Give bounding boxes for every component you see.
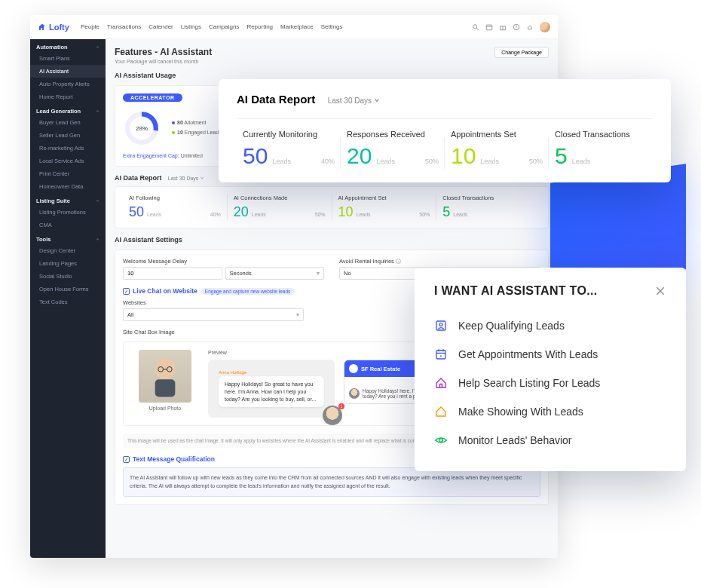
checkbox-checked-icon[interactable]: ✓ bbox=[123, 288, 130, 295]
big-stat-number: 50 bbox=[243, 143, 268, 169]
svg-rect-20 bbox=[436, 351, 445, 359]
usage-donut: 28% bbox=[123, 109, 161, 147]
ai-option-label: Monitor Leads' Behavior bbox=[458, 434, 572, 446]
nav-calender[interactable]: Calender bbox=[148, 23, 173, 30]
change-package-button[interactable]: Change Package bbox=[494, 47, 549, 58]
mini-report-range[interactable]: Last 30 Days bbox=[168, 176, 205, 181]
sidebar-section-listing-suite[interactable]: Listing Suite bbox=[30, 193, 106, 206]
stat-unit: Leads bbox=[357, 212, 371, 217]
help-icon[interactable]: ? bbox=[513, 23, 520, 31]
svg-rect-2 bbox=[486, 25, 492, 30]
calendar-icon[interactable] bbox=[485, 23, 493, 31]
sidebar-item-homeowner-data[interactable]: Homeowner Data bbox=[30, 180, 106, 193]
widget-avatar bbox=[349, 364, 358, 373]
welcome-delay-unit-select[interactable]: Seconds ▾ bbox=[225, 267, 325, 280]
sidebar-item-text-codes[interactable]: Text Codes bbox=[30, 296, 106, 308]
sidebar-item-cma[interactable]: CMA bbox=[30, 219, 106, 231]
big-report-range[interactable]: Last 30 Days bbox=[328, 96, 380, 105]
welcome-delay-input[interactable] bbox=[123, 267, 222, 280]
sidebar-item-open-house-forms[interactable]: Open House Forms bbox=[30, 283, 106, 296]
topbar-right: ? bbox=[472, 22, 550, 32]
usage-legend: 80 Allotment 10 Engaged Leads bbox=[172, 118, 222, 137]
mini-stat-appointments: AI Appointment Set 10Leads50% bbox=[332, 194, 437, 220]
checkbox-checked-icon[interactable]: ✓ bbox=[123, 456, 130, 463]
stat-label: AI Following bbox=[129, 194, 221, 201]
sidebar-section-label: Automation bbox=[36, 44, 68, 51]
brand-name: Lofty bbox=[49, 23, 69, 32]
sidebar-item-seller-lead-gen[interactable]: Seller Lead Gen bbox=[30, 129, 106, 142]
nav-reporting[interactable]: Reporting bbox=[246, 23, 273, 30]
mini-stat-connections: AI Connections Made 20Leads50% bbox=[228, 194, 332, 220]
cap-label: Extra Engagement Cap: bbox=[123, 153, 179, 158]
widget-title: SF Real Estate bbox=[361, 366, 400, 372]
sidebar-item-remarketing-ads[interactable]: Re-marketing Ads bbox=[30, 142, 106, 155]
ai-option-search-listing[interactable]: Help Search Listing For Leads bbox=[434, 369, 666, 397]
brand-logo[interactable]: Lofty bbox=[38, 23, 69, 32]
ai-option-label: Make Showing With Leads bbox=[458, 406, 583, 418]
stat-pct: 50% bbox=[419, 212, 430, 217]
sidebar-item-auto-property-alerts[interactable]: Auto Property Alerts bbox=[30, 78, 106, 90]
svg-point-25 bbox=[439, 439, 443, 443]
sidebar-section-label: Tools bbox=[36, 236, 51, 243]
big-stat-unit: Leads bbox=[480, 158, 499, 165]
live-chat-label: Live Chat on Website bbox=[133, 287, 197, 295]
big-stat-responses: Responses Received 20Leads50% bbox=[341, 130, 445, 169]
tmq-description: The AI Assistant will follow up with new… bbox=[123, 467, 540, 497]
svg-rect-15 bbox=[155, 379, 176, 397]
search-icon[interactable] bbox=[472, 23, 479, 31]
ai-option-label: Get Appointments With Leads bbox=[458, 348, 598, 360]
big-stat-closed: Closed Transactions 5Leads bbox=[549, 130, 653, 169]
ai-option-showing[interactable]: Make Showing With Leads bbox=[434, 397, 666, 426]
big-stat-label: Appointments Set bbox=[451, 130, 543, 139]
nav-marketplace[interactable]: Marketplace bbox=[280, 23, 314, 30]
upload-photo-label[interactable]: Upload Photo bbox=[131, 406, 199, 411]
big-stat-pct: 50% bbox=[425, 158, 439, 165]
stat-number: 50 bbox=[129, 204, 144, 220]
cap-value: Unlimited bbox=[181, 153, 203, 158]
sidebar-item-local-service-ads[interactable]: Local Service Ads bbox=[30, 155, 106, 167]
user-avatar[interactable] bbox=[540, 22, 550, 32]
stat-unit: Leads bbox=[453, 212, 467, 217]
stat-label: AI Appointment Set bbox=[338, 194, 430, 201]
sidebar-section-lead-gen[interactable]: Lead Generation bbox=[30, 103, 106, 116]
bell-icon[interactable] bbox=[526, 23, 534, 31]
stat-number: 20 bbox=[234, 204, 249, 220]
chat-image-preview[interactable] bbox=[139, 350, 191, 403]
stat-number: 5 bbox=[442, 204, 450, 220]
eye-icon bbox=[434, 433, 448, 447]
stat-pct: 50% bbox=[314, 212, 325, 217]
sidebar-item-ai-assistant[interactable]: AI Assistant bbox=[30, 65, 106, 78]
mini-stat-following: AI Following 50Leads40% bbox=[123, 194, 228, 220]
info-icon[interactable]: i bbox=[396, 259, 401, 264]
big-stat-pct: 50% bbox=[529, 158, 543, 165]
sidebar-item-listing-promotions[interactable]: Listing Promotions bbox=[30, 206, 106, 219]
sidebar-section-tools[interactable]: Tools bbox=[30, 231, 106, 244]
ai-popup-title: I WANT AI ASSISTANT TO... bbox=[434, 284, 597, 298]
sidebar-item-home-report[interactable]: Home Report bbox=[30, 90, 106, 103]
nav-listings[interactable]: Listings bbox=[181, 23, 201, 30]
svg-text:?: ? bbox=[516, 24, 518, 29]
nav-campaigns[interactable]: Campaigns bbox=[209, 23, 239, 30]
sidebar-item-print-center[interactable]: Print Center bbox=[30, 167, 106, 180]
ai-option-qualifying[interactable]: Keep Qualifying Leads bbox=[434, 311, 666, 340]
ai-option-monitor[interactable]: Monitor Leads' Behavior bbox=[434, 426, 666, 455]
stat-number: 10 bbox=[338, 204, 354, 220]
chat-sender-name: Anna Hollidge bbox=[219, 370, 324, 375]
websites-select[interactable]: All ▾ bbox=[123, 308, 304, 321]
tier-badge: ACCELERATOR bbox=[123, 93, 182, 102]
gift-icon[interactable] bbox=[499, 23, 507, 31]
nav-transactions[interactable]: Transactions bbox=[107, 23, 142, 30]
sidebar-item-buyer-lead-gen[interactable]: Buyer Lead Gen bbox=[30, 116, 106, 129]
brand-logo-icon bbox=[38, 23, 47, 32]
close-icon[interactable] bbox=[654, 285, 666, 297]
sidebar-item-social-studio[interactable]: Social Studio bbox=[30, 270, 106, 283]
nav-people[interactable]: People bbox=[81, 23, 99, 30]
mini-report-card: AI Following 50Leads40% AI Connections M… bbox=[115, 186, 549, 228]
ai-option-appointments[interactable]: Get Appointments With Leads bbox=[434, 340, 666, 369]
sidebar-item-landing-pages[interactable]: Landing Pages bbox=[30, 257, 106, 270]
sidebar-section-automation[interactable]: Automation bbox=[30, 39, 106, 52]
sidebar-item-design-center[interactable]: Design Center bbox=[30, 244, 106, 257]
allotment-label: Allotment bbox=[184, 120, 206, 125]
sidebar-item-smart-plans[interactable]: Smart Plans bbox=[30, 52, 106, 65]
nav-settings[interactable]: Settings bbox=[321, 23, 343, 30]
